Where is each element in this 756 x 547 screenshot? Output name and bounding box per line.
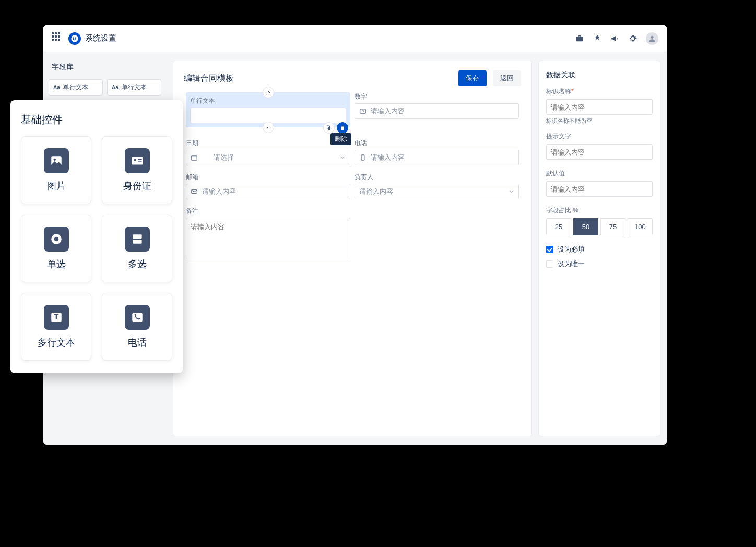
editor-panel: 编辑合同模板 保存 返回 单行文本: [173, 61, 532, 436]
placeholder: 请输入内容: [371, 153, 405, 162]
required-row: 设为必填: [546, 245, 653, 254]
phone-handset-icon: [125, 305, 150, 330]
move-up-button[interactable]: [263, 87, 274, 98]
svg-text:N: N: [362, 110, 364, 113]
field-label: 日期: [186, 139, 350, 148]
ratio-group: 25 50 75 100: [546, 218, 653, 235]
field-label: 负责人: [355, 173, 519, 182]
unique-row: 设为唯一: [546, 259, 653, 269]
svg-point-3: [651, 35, 653, 38]
svg-point-2: [75, 37, 77, 39]
default-input[interactable]: [546, 181, 653, 197]
placeholder: 请输入内容: [202, 187, 236, 196]
palette-label: 多行文本: [38, 336, 75, 349]
data-relation-title: 数据关联: [546, 70, 653, 80]
svg-point-19: [54, 237, 58, 242]
ratio-25[interactable]: 25: [546, 218, 571, 235]
form-field-single-text[interactable]: 单行文本 删除: [184, 92, 352, 139]
field-chip-text1[interactable]: Aa单行文本: [49, 79, 103, 96]
ratio-100[interactable]: 100: [628, 218, 653, 235]
delete-field-button[interactable]: [337, 122, 348, 134]
notification-icon[interactable]: [593, 34, 602, 43]
selected-field-block: 单行文本 删除: [186, 92, 350, 127]
palette-grid: 图片 身份证 单选 多选 T 多行文本 电话: [21, 136, 172, 361]
palette-idcard[interactable]: 身份证: [102, 136, 172, 204]
palette-label: 多选: [128, 258, 147, 270]
save-button[interactable]: 保存: [458, 70, 487, 86]
text-aa-icon: Aa: [53, 85, 60, 90]
single-text-input[interactable]: [190, 108, 346, 123]
palette-label: 图片: [47, 180, 66, 192]
form-field-phone[interactable]: 电话 请输入内容: [352, 139, 521, 173]
svg-rect-17: [138, 161, 142, 162]
svg-point-0: [71, 35, 78, 42]
form-field-date[interactable]: 日期 请选择: [184, 139, 352, 173]
svg-rect-16: [138, 159, 142, 160]
form-field-remark[interactable]: 备注: [184, 207, 352, 269]
palette-title: 基础控件: [21, 113, 172, 127]
ident-label: 标识名称*: [546, 87, 653, 96]
field-action-buttons: [323, 122, 348, 134]
form-field-email[interactable]: 邮箱 请输入内容: [184, 173, 352, 207]
palette-radio[interactable]: 单选: [21, 215, 91, 282]
phone-icon: [359, 154, 367, 161]
move-down-button[interactable]: [263, 122, 274, 133]
back-button[interactable]: 返回: [493, 70, 521, 86]
ratio-50[interactable]: 50: [573, 218, 598, 235]
multiselect-icon: [125, 227, 150, 252]
chevron-down-icon: [339, 154, 346, 161]
palette-label: 身份证: [123, 180, 151, 192]
email-input[interactable]: 请输入内容: [186, 184, 350, 199]
editor-title: 编辑合同模板: [184, 73, 234, 84]
owner-select[interactable]: 请输入内容: [355, 184, 519, 199]
field-chip-label: 单行文本: [63, 83, 88, 92]
textarea-icon: T: [44, 305, 69, 330]
ident-input[interactable]: [546, 99, 653, 115]
copy-field-button[interactable]: [323, 122, 335, 134]
placeholder: 请输入内容: [371, 106, 405, 116]
field-label: 数字: [355, 92, 519, 101]
svg-rect-4: [328, 127, 330, 130]
gear-icon[interactable]: [628, 34, 637, 43]
svg-point-13: [53, 159, 55, 161]
date-select[interactable]: 请选择: [186, 150, 350, 165]
palette-phone[interactable]: 电话: [102, 293, 172, 361]
svg-rect-8: [192, 156, 197, 160]
remark-textarea[interactable]: [186, 218, 350, 259]
topbar: 系统设置: [43, 25, 667, 52]
radio-icon: [44, 227, 69, 252]
avatar[interactable]: [646, 32, 658, 45]
palette-textarea[interactable]: T 多行文本: [21, 293, 91, 361]
field-library-title: 字段库: [49, 63, 161, 72]
svg-rect-24: [132, 313, 143, 322]
field-chip-text2[interactable]: Aa单行文本: [107, 79, 161, 96]
field-label: 电话: [355, 139, 519, 148]
placeholder: 请输入内容: [359, 187, 393, 196]
logo-icon: [68, 32, 81, 45]
required-checkbox[interactable]: [546, 246, 553, 253]
hint-input[interactable]: [546, 144, 653, 160]
megaphone-icon[interactable]: [610, 34, 620, 43]
field-chip-label: 单行文本: [122, 83, 147, 92]
app-title: 系统设置: [85, 33, 116, 43]
form-field-owner[interactable]: 负责人 请输入内容: [352, 173, 521, 207]
briefcase-icon[interactable]: [575, 34, 584, 43]
palette-image[interactable]: 图片: [21, 136, 91, 204]
svg-rect-10: [361, 155, 364, 161]
data-relation-panel: 数据关联 标识名称* 标识名称不能为空 提示文字 默认值 字段占比 % 25 5…: [538, 61, 660, 436]
idcard-icon: [125, 148, 150, 173]
editor-actions: 保存 返回: [458, 70, 521, 86]
phone-input[interactable]: 请输入内容: [355, 150, 519, 165]
ident-error: 标识名称不能为空: [546, 117, 653, 125]
calendar-icon: [191, 154, 198, 161]
ratio-75[interactable]: 75: [600, 218, 625, 235]
number-input[interactable]: N 请输入内容: [355, 103, 519, 119]
svg-rect-21: [133, 240, 141, 244]
form-field-number[interactable]: 数字 N 请输入内容: [352, 92, 521, 139]
palette-checkbox[interactable]: 多选: [102, 215, 172, 282]
apps-grid-icon[interactable]: [52, 32, 64, 45]
placeholder: 请选择: [214, 153, 234, 162]
editor-header: 编辑合同模板 保存 返回: [184, 70, 521, 86]
unique-checkbox[interactable]: [546, 260, 553, 268]
svg-rect-20: [133, 234, 141, 239]
